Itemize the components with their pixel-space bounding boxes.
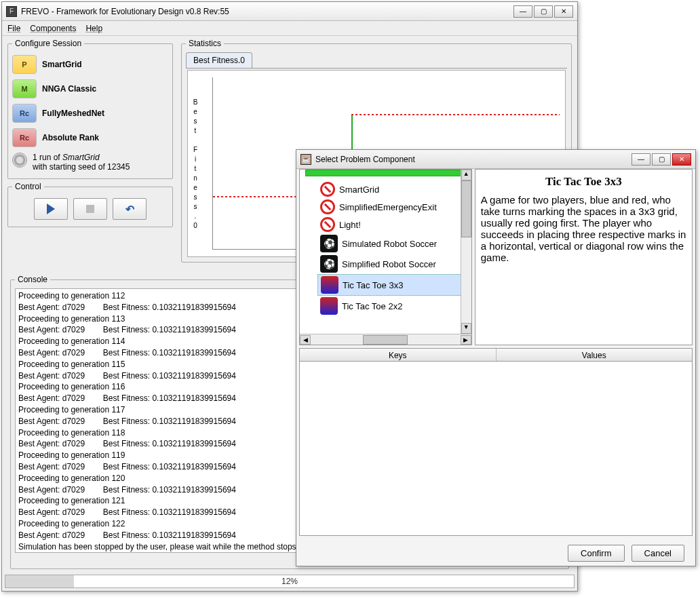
noentry-icon — [320, 217, 335, 232]
scroll-right-icon[interactable]: ▶ — [461, 335, 471, 345]
menu-file[interactable]: File — [7, 24, 20, 33]
run-problem: SmartGrid — [62, 153, 100, 162]
tree-item[interactable]: SmartGrid — [317, 180, 470, 198]
tree-item[interactable]: SimplifiedEmergencyExit — [317, 198, 470, 216]
select-problem-dialog: ☕ Select Problem Component — ▢ ✕ SmartGr… — [296, 149, 696, 566]
noentry-icon — [320, 199, 335, 214]
session-item-icon: P — [12, 55, 37, 74]
session-item-label: FullyMeshedNet — [42, 109, 104, 118]
gear-icon — [12, 153, 27, 168]
problem-tree[interactable]: SmartGridSimplifiedEmergencyExitLight!⚽S… — [299, 169, 472, 345]
tab-best-fitness[interactable]: Best Fitness.0 — [186, 52, 252, 68]
control-group: Control ↶ — [7, 182, 173, 227]
dialog-titlebar: ☕ Select Problem Component — ▢ ✕ — [296, 150, 695, 169]
vscroll-thumb[interactable] — [461, 180, 471, 237]
menu-help[interactable]: Help — [85, 24, 102, 33]
window-title: FREVO - Framework for Evolutionary Desig… — [21, 7, 229, 16]
configure-session-legend: Configure Session — [12, 39, 84, 48]
undo-button[interactable]: ↶ — [113, 198, 147, 220]
kv-body[interactable] — [299, 362, 693, 536]
tree-item[interactable]: Tic Tac Toe 2x2 — [317, 296, 470, 316]
tree-item-label: SmartGrid — [339, 185, 379, 195]
console-legend: Console — [15, 275, 50, 284]
play-icon — [47, 204, 55, 214]
tictactoe-icon — [321, 276, 338, 294]
tree-item[interactable]: Tic Tac Toe 3x3 — [317, 274, 470, 296]
kv-keys-header[interactable]: Keys — [300, 349, 497, 361]
progress-bar: 12% — [5, 575, 575, 588]
session-item-label: Absolute Rank — [42, 133, 99, 142]
dialog-maximize-button[interactable]: ▢ — [652, 153, 671, 166]
session-item[interactable]: Rc Absolute Rank — [12, 125, 168, 150]
play-button[interactable] — [34, 198, 68, 220]
session-item-label: NNGA Classic — [42, 84, 96, 94]
minimize-button[interactable]: — — [513, 5, 532, 18]
cancel-button[interactable]: Cancel — [631, 545, 684, 562]
session-item-icon: Rc — [12, 128, 37, 147]
stop-button[interactable] — [73, 198, 107, 220]
tree-item-label: SimplifiedEmergencyExit — [339, 202, 437, 212]
session-item-label: SmartGrid — [42, 60, 82, 69]
session-item[interactable]: P SmartGrid — [12, 52, 168, 77]
tictactoe-icon — [320, 297, 338, 315]
java-icon: ☕ — [300, 154, 311, 165]
tree-item[interactable]: ⚽Simulated Robot Soccer — [317, 233, 470, 254]
confirm-button[interactable]: Confirm — [568, 545, 625, 562]
scroll-left-icon[interactable]: ◀ — [300, 335, 311, 345]
maximize-button[interactable]: ▢ — [534, 5, 553, 18]
dialog-minimize-button[interactable]: — — [631, 153, 650, 166]
app-icon: F — [6, 6, 17, 17]
stats-tabbar: Best Fitness.0 — [186, 52, 567, 69]
tree-item[interactable]: ⚽Simplified Robot Soccer — [317, 254, 470, 274]
chart-y-label: Best Fitness.0 — [192, 98, 199, 231]
scroll-up-icon[interactable]: ▲ — [461, 170, 471, 180]
tree-item[interactable]: Light! — [317, 216, 470, 233]
main-titlebar: F FREVO - Framework for Evolutionary Des… — [2, 2, 577, 21]
progress-label: 12% — [5, 575, 574, 587]
dialog-close-button[interactable]: ✕ — [672, 153, 691, 166]
dialog-title: Select Problem Component — [315, 155, 415, 164]
configure-session-group: Configure Session P SmartGridM NNGA Clas… — [7, 39, 173, 179]
undo-icon: ↶ — [125, 203, 134, 216]
scroll-down-icon[interactable]: ▼ — [461, 323, 471, 334]
run-seed: with starting seed of 12345 — [33, 162, 130, 172]
tree-header-bar — [305, 170, 466, 176]
statistics-legend: Statistics — [186, 39, 224, 48]
description-body: A game for two players, blue and red, wh… — [481, 194, 686, 263]
session-item-icon: Rc — [12, 104, 37, 123]
tree-item-label: Simulated Robot Soccer — [342, 239, 437, 249]
tree-item-label: Tic Tac Toe 3x3 — [343, 280, 403, 290]
kv-header: Keys Values — [299, 348, 693, 362]
menubar: File Components Help — [2, 21, 577, 36]
tree-item-label: Simplified Robot Soccer — [342, 259, 436, 269]
control-legend: Control — [12, 182, 44, 191]
kv-values-header[interactable]: Values — [497, 349, 693, 361]
soccer-icon: ⚽ — [320, 235, 338, 252]
close-button[interactable]: ✕ — [554, 5, 573, 18]
stop-icon — [86, 205, 94, 213]
hscroll-thumb[interactable] — [363, 335, 408, 345]
menu-components[interactable]: Components — [30, 24, 76, 33]
session-item[interactable]: Rc FullyMeshedNet — [12, 101, 168, 125]
tree-item-label: Tic Tac Toe 2x2 — [342, 301, 402, 311]
description-title: Tic Tac Toe 3x3 — [481, 175, 686, 189]
session-item-icon: M — [12, 79, 37, 98]
description-pane: Tic Tac Toe 3x3 A game for two players, … — [475, 169, 693, 345]
session-item[interactable]: M NNGA Classic — [12, 77, 168, 101]
run-summary: 1 run of SmartGrid with starting seed of… — [12, 150, 168, 174]
tree-item-label: Light! — [339, 220, 361, 230]
noentry-icon — [320, 182, 335, 197]
tree-hscroll[interactable]: ◀ ▶ — [300, 334, 471, 345]
tree-vscroll[interactable]: ▲ ▼ — [461, 170, 471, 334]
soccer-icon: ⚽ — [320, 255, 338, 273]
